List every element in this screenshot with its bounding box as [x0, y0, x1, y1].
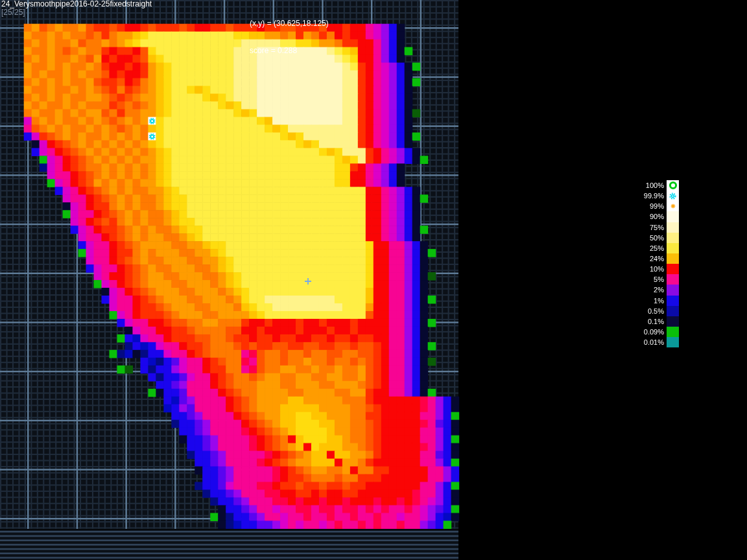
legend-label: 24% — [615, 253, 667, 264]
legend-label: 0.5% — [615, 306, 667, 316]
legend-label: 2% — [615, 285, 667, 295]
legend-swatch — [667, 264, 679, 274]
cursor-readout: (x,y) = (30.625,18.125) score = 0.288 — [250, 1, 329, 64]
legend-label: 0.01% — [615, 337, 667, 347]
legend-swatch — [667, 327, 679, 337]
legend-row: 5% — [615, 274, 679, 285]
legend-row: 0.01% — [615, 337, 679, 347]
legend-swatch — [667, 337, 679, 347]
legend-row: 0.09% — [615, 327, 679, 337]
legend-row: 0.5% — [615, 306, 679, 316]
legend-label: 99.9% — [615, 191, 667, 201]
legend: 100% 99.9% 99% 90% 75% 50% 25% 24% 10% 5… — [615, 180, 679, 347]
gear-icon — [669, 192, 677, 200]
legend-row: 75% — [615, 222, 679, 233]
legend-swatch — [667, 201, 679, 211]
legend-swatch — [667, 306, 679, 316]
legend-swatch — [667, 316, 679, 327]
legend-swatch — [667, 191, 679, 201]
legend-label: 10% — [615, 264, 667, 274]
legend-row: 24% — [615, 253, 679, 264]
legend-label: 25% — [615, 243, 667, 253]
legend-label: 1% — [615, 296, 667, 306]
legend-row: 2% — [615, 285, 679, 295]
legend-row: 10% — [615, 264, 679, 274]
legend-row: 25% — [615, 243, 679, 253]
legend-swatch — [667, 274, 679, 285]
legend-row: 100% — [615, 180, 679, 191]
legend-swatch — [667, 222, 679, 233]
legend-label: 100% — [615, 180, 667, 191]
legend-label: 0.09% — [615, 327, 667, 337]
readout-xy: (x,y) = (30.625,18.125) — [250, 19, 329, 28]
ring-icon — [669, 181, 678, 190]
legend-row: 50% — [615, 233, 679, 243]
legend-swatch — [667, 253, 679, 264]
legend-row: 99% — [615, 201, 679, 211]
legend-label: 50% — [615, 233, 667, 243]
frame-counter: [25/25] — [1, 8, 25, 17]
readout-score: score = 0.288 — [250, 46, 329, 55]
legend-row: 90% — [615, 211, 679, 222]
star-icon — [670, 204, 676, 209]
legend-row: 1% — [615, 296, 679, 306]
legend-label: 75% — [615, 222, 667, 233]
app-window: { "header": { "title": "24_Verysmoothpip… — [0, 0, 747, 560]
legend-label: 99% — [615, 201, 667, 211]
legend-label: 90% — [615, 211, 667, 222]
legend-swatch — [667, 211, 679, 222]
legend-label: 5% — [615, 274, 667, 285]
legend-swatch — [667, 233, 679, 243]
legend-label: 0.1% — [615, 316, 667, 327]
legend-swatch — [667, 285, 679, 295]
legend-swatch — [667, 180, 679, 191]
legend-swatch — [667, 243, 679, 253]
legend-row: 99.9% — [615, 191, 679, 201]
legend-swatch — [667, 296, 679, 306]
legend-row: 0.1% — [615, 316, 679, 327]
